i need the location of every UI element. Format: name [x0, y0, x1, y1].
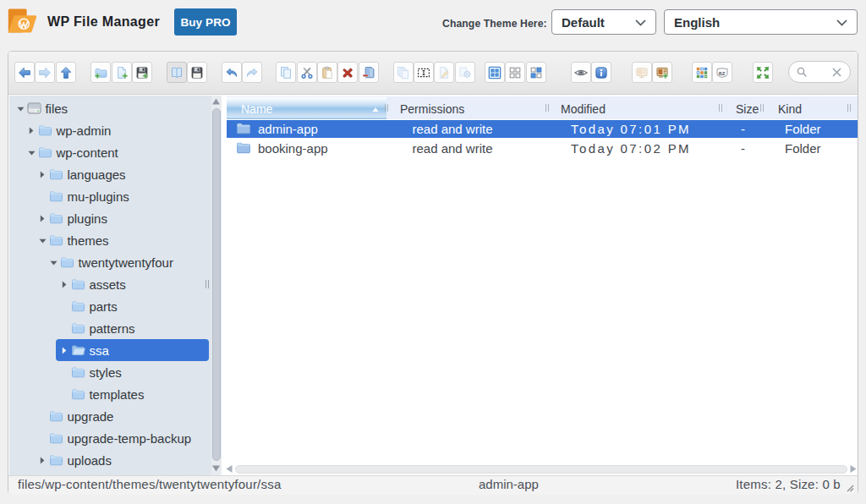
svg-text:az: az: [719, 68, 726, 76]
